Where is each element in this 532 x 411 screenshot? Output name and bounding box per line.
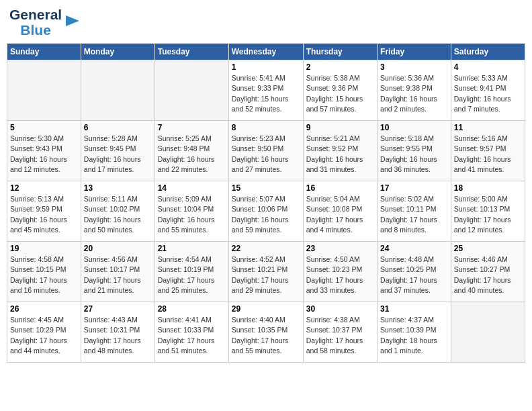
day-info: Sunrise: 5:41 AMSunset: 9:33 PMDaylight:…	[232, 73, 300, 114]
table-row: 31 Sunrise: 4:37 AMSunset: 10:39 PMDayli…	[378, 302, 451, 363]
day-info: Sunrise: 5:16 AMSunset: 9:57 PMDaylight:…	[454, 134, 522, 175]
day-number: 25	[454, 244, 522, 253]
day-info: Sunrise: 4:46 AMSunset: 10:27 PMDaylight…	[454, 255, 522, 295]
table-row: 24 Sunrise: 4:48 AMSunset: 10:25 PMDayli…	[378, 242, 451, 302]
day-number: 27	[84, 304, 152, 314]
table-row: 9 Sunrise: 5:21 AMSunset: 9:52 PMDayligh…	[303, 121, 377, 181]
table-row: 10 Sunrise: 5:18 AMSunset: 9:55 PMDaylig…	[378, 121, 451, 181]
col-header-friday: Friday	[378, 44, 451, 60]
day-info: Sunrise: 5:36 AMSunset: 9:38 PMDaylight:…	[380, 73, 448, 114]
day-info: Sunrise: 5:00 AMSunset: 10:13 PMDaylight…	[454, 194, 522, 235]
day-number: 30	[306, 304, 374, 314]
table-row: 8 Sunrise: 5:23 AMSunset: 9:50 PMDayligh…	[228, 121, 303, 181]
day-number: 22	[232, 244, 300, 253]
day-info: Sunrise: 4:41 AMSunset: 10:33 PMDaylight…	[158, 315, 226, 356]
day-number: 6	[84, 123, 152, 132]
table-row: 13 Sunrise: 5:11 AMSunset: 10:02 PMDayli…	[81, 181, 154, 242]
day-number: 11	[454, 123, 522, 132]
day-info: Sunrise: 5:21 AMSunset: 9:52 PMDaylight:…	[306, 134, 374, 175]
svg-marker-0	[66, 15, 79, 26]
table-row	[154, 60, 228, 121]
table-row: 5 Sunrise: 5:30 AMSunset: 9:43 PMDayligh…	[7, 121, 81, 181]
table-row: 15 Sunrise: 5:07 AMSunset: 10:06 PMDayli…	[228, 181, 303, 242]
day-number: 19	[10, 244, 78, 253]
day-info: Sunrise: 5:07 AMSunset: 10:06 PMDaylight…	[232, 194, 300, 235]
table-row: 20 Sunrise: 4:56 AMSunset: 10:17 PMDayli…	[81, 242, 154, 302]
day-info: Sunrise: 5:04 AMSunset: 10:08 PMDaylight…	[306, 194, 374, 235]
table-row: 6 Sunrise: 5:28 AMSunset: 9:45 PMDayligh…	[81, 121, 154, 181]
table-row: 27 Sunrise: 4:43 AMSunset: 10:31 PMDayli…	[81, 302, 154, 363]
table-row: 19 Sunrise: 4:58 AMSunset: 10:15 PMDayli…	[7, 242, 81, 302]
day-info: Sunrise: 5:13 AMSunset: 9:59 PMDaylight:…	[10, 194, 78, 235]
col-header-monday: Monday	[81, 44, 154, 60]
day-info: Sunrise: 4:52 AMSunset: 10:21 PMDaylight…	[232, 255, 300, 295]
day-info: Sunrise: 5:30 AMSunset: 9:43 PMDaylight:…	[10, 134, 78, 175]
day-number: 15	[232, 183, 300, 193]
day-number: 13	[84, 183, 152, 193]
col-header-tuesday: Tuesday	[154, 44, 228, 60]
table-row: 14 Sunrise: 5:09 AMSunset: 10:04 PMDayli…	[154, 181, 228, 242]
table-row	[451, 302, 525, 363]
day-number: 17	[380, 183, 448, 193]
day-number: 20	[84, 244, 152, 253]
day-info: Sunrise: 5:09 AMSunset: 10:04 PMDaylight…	[158, 194, 226, 235]
day-number: 18	[454, 183, 522, 193]
col-header-saturday: Saturday	[451, 44, 525, 60]
day-info: Sunrise: 5:02 AMSunset: 10:11 PMDaylight…	[380, 194, 448, 235]
day-info: Sunrise: 4:40 AMSunset: 10:35 PMDaylight…	[232, 315, 300, 356]
day-number: 21	[158, 244, 226, 253]
day-number: 14	[158, 183, 226, 193]
table-row: 1 Sunrise: 5:41 AMSunset: 9:33 PMDayligh…	[228, 60, 303, 121]
day-info: Sunrise: 5:11 AMSunset: 10:02 PMDaylight…	[84, 194, 152, 235]
day-number: 12	[10, 183, 78, 193]
day-info: Sunrise: 4:54 AMSunset: 10:19 PMDaylight…	[158, 255, 226, 295]
day-info: Sunrise: 5:38 AMSunset: 9:36 PMDaylight:…	[306, 73, 374, 114]
day-number: 1	[232, 62, 300, 72]
day-number: 9	[306, 123, 374, 132]
day-info: Sunrise: 4:45 AMSunset: 10:29 PMDaylight…	[10, 315, 78, 356]
table-row: 11 Sunrise: 5:16 AMSunset: 9:57 PMDaylig…	[451, 121, 525, 181]
day-number: 4	[454, 62, 522, 72]
day-info: Sunrise: 4:58 AMSunset: 10:15 PMDaylight…	[10, 255, 78, 295]
table-row: 16 Sunrise: 5:04 AMSunset: 10:08 PMDayli…	[303, 181, 377, 242]
day-number: 16	[306, 183, 374, 193]
day-info: Sunrise: 4:50 AMSunset: 10:23 PMDaylight…	[306, 255, 374, 295]
day-number: 3	[380, 62, 448, 72]
table-row	[7, 60, 81, 121]
day-number: 24	[380, 244, 448, 253]
day-info: Sunrise: 4:56 AMSunset: 10:17 PMDaylight…	[84, 255, 152, 295]
table-row: 21 Sunrise: 4:54 AMSunset: 10:19 PMDayli…	[154, 242, 228, 302]
day-info: Sunrise: 4:37 AMSunset: 10:39 PMDaylight…	[380, 315, 448, 356]
day-info: Sunrise: 4:38 AMSunset: 10:37 PMDaylight…	[306, 315, 374, 356]
day-info: Sunrise: 5:28 AMSunset: 9:45 PMDaylight:…	[84, 134, 152, 175]
day-info: Sunrise: 4:43 AMSunset: 10:31 PMDaylight…	[84, 315, 152, 356]
table-row: 18 Sunrise: 5:00 AMSunset: 10:13 PMDayli…	[451, 181, 525, 242]
day-number: 28	[158, 304, 226, 314]
day-number: 7	[158, 123, 226, 132]
day-info: Sunrise: 5:33 AMSunset: 9:41 PMDaylight:…	[454, 73, 522, 114]
table-row: 29 Sunrise: 4:40 AMSunset: 10:35 PMDayli…	[228, 302, 303, 363]
col-header-sunday: Sunday	[7, 44, 81, 60]
day-number: 26	[10, 304, 78, 314]
day-number: 2	[306, 62, 374, 72]
logo: General Blue	[9, 7, 82, 38]
table-row: 25 Sunrise: 4:46 AMSunset: 10:27 PMDayli…	[451, 242, 525, 302]
table-row: 17 Sunrise: 5:02 AMSunset: 10:11 PMDayli…	[378, 181, 451, 242]
table-row	[81, 60, 154, 121]
col-header-thursday: Thursday	[303, 44, 377, 60]
day-number: 10	[380, 123, 448, 132]
day-number: 23	[306, 244, 374, 253]
table-row: 30 Sunrise: 4:38 AMSunset: 10:37 PMDayli…	[303, 302, 377, 363]
table-row: 22 Sunrise: 4:52 AMSunset: 10:21 PMDayli…	[228, 242, 303, 302]
table-row: 26 Sunrise: 4:45 AMSunset: 10:29 PMDayli…	[7, 302, 81, 363]
logo-icon	[63, 11, 82, 30]
table-row: 23 Sunrise: 4:50 AMSunset: 10:23 PMDayli…	[303, 242, 377, 302]
page-header: General Blue	[7, 7, 525, 38]
table-row: 4 Sunrise: 5:33 AMSunset: 9:41 PMDayligh…	[451, 60, 525, 121]
day-info: Sunrise: 5:18 AMSunset: 9:55 PMDaylight:…	[380, 134, 448, 175]
day-info: Sunrise: 5:23 AMSunset: 9:50 PMDaylight:…	[232, 134, 300, 175]
table-row: 2 Sunrise: 5:38 AMSunset: 9:36 PMDayligh…	[303, 60, 377, 121]
table-row: 7 Sunrise: 5:25 AMSunset: 9:48 PMDayligh…	[154, 121, 228, 181]
day-number: 5	[10, 123, 78, 132]
day-number: 29	[232, 304, 300, 314]
